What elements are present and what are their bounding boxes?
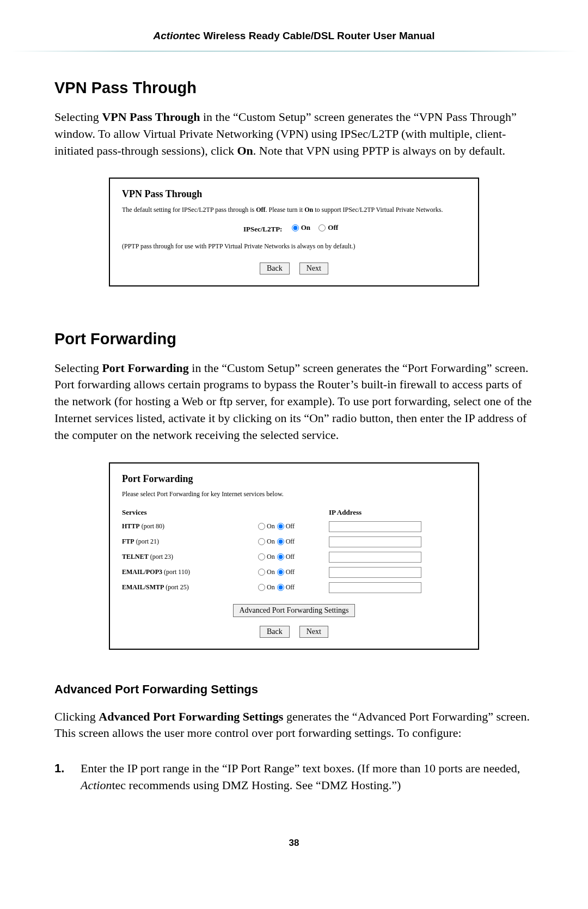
step-1-num: 1.: [54, 760, 81, 794]
pf-next-button[interactable]: Next: [299, 626, 328, 638]
vpn-screenshot-box: VPN Pass Through The default setting for…: [109, 178, 479, 286]
pf-box-instr: Please select Port Forwarding for key In…: [122, 490, 466, 498]
pf-heading: Port Forwarding: [54, 330, 534, 348]
pf-table-head: Services IP Address: [122, 508, 466, 517]
ip-smtp-input[interactable]: [329, 582, 421, 593]
telnet-on[interactable]: On: [258, 553, 275, 561]
radio-smtp: On Off: [258, 583, 329, 591]
ip-telnet-col: [329, 552, 466, 563]
svc-http: HTTP (port 80): [122, 522, 258, 530]
http-on[interactable]: On: [258, 522, 275, 530]
adv-heading: Advanced Port Forwarding Settings: [54, 682, 534, 697]
pop3-off[interactable]: Off: [277, 568, 295, 576]
vpn-heading: VPN Pass Through: [54, 79, 534, 97]
svc-ftp: FTP (port 21): [122, 538, 258, 546]
ip-ftp-col: [329, 536, 466, 547]
ip-smtp-col: [329, 582, 466, 593]
pf-table: Services IP Address HTTP (port 80) On Of…: [122, 508, 466, 593]
col-services-head: Services: [122, 508, 258, 517]
vpn-next-button[interactable]: Next: [299, 263, 328, 274]
ip-pop3-input[interactable]: [329, 567, 421, 578]
ipsec-radio-off[interactable]: Off: [318, 223, 338, 232]
svc-pop3: EMAIL/POP3 (port 110): [122, 568, 258, 576]
pf-box-title: Port Forwarding: [122, 473, 466, 485]
pf-row-pop3: EMAIL/POP3 (port 110) On Off: [122, 567, 466, 578]
svc-telnet: TELNET (port 23): [122, 553, 258, 561]
vpn-box-title: VPN Pass Through: [122, 188, 466, 200]
step-1: 1. Enter the IP port range in the “IP Po…: [54, 760, 534, 794]
vpn-box-note: The default setting for IPSec/L2TP pass …: [122, 205, 466, 215]
radio-ftp: On Off: [258, 538, 329, 546]
page-number: 38: [0, 827, 588, 865]
steps-list: 1. Enter the IP port range in the “IP Po…: [54, 760, 534, 794]
adv-paragraph: Clicking Advanced Port Forwarding Settin…: [54, 709, 534, 742]
radio-telnet: On Off: [258, 553, 329, 561]
ip-http-col: [329, 521, 466, 532]
ipsec-on-input[interactable]: [292, 224, 299, 231]
pf-row-ftp: FTP (port 21) On Off: [122, 536, 466, 547]
radio-http: On Off: [258, 522, 329, 530]
pf-paragraph: Selecting Port Forwarding in the “Custom…: [54, 360, 534, 444]
page-header: Actiontec Wireless Ready Cable/DSL Route…: [0, 0, 588, 51]
smtp-on[interactable]: On: [258, 583, 275, 591]
pf-back-button[interactable]: Back: [260, 626, 290, 638]
vpn-paragraph: Selecting VPN Pass Through in the “Custo…: [54, 109, 534, 159]
ftp-on[interactable]: On: [258, 538, 275, 546]
http-off[interactable]: Off: [277, 522, 295, 530]
vpn-button-row: Back Next: [122, 263, 466, 274]
brand-italic: Action: [154, 30, 186, 41]
adv-btn-row: Advanced Port Forwarding Settings: [122, 604, 466, 617]
radio-pop3: On Off: [258, 568, 329, 576]
ip-pop3-col: [329, 567, 466, 578]
telnet-off[interactable]: Off: [277, 553, 295, 561]
header-title: Wireless Ready Cable/DSL Router User Man…: [200, 30, 434, 41]
pf-screenshot-box: Port Forwarding Please select Port Forwa…: [109, 462, 479, 650]
vpn-pptp-note: (PPTP pass through for use with PPTP Vir…: [122, 242, 466, 251]
pf-row-smtp: EMAIL/SMTP (port 25) On Off: [122, 582, 466, 593]
header-divider: [11, 51, 577, 52]
vpn-ipsec-row: IPSec/L2TP: On Off: [122, 223, 466, 234]
ipsec-label: IPSec/L2TP:: [243, 225, 283, 233]
svc-smtp: EMAIL/SMTP (port 25): [122, 583, 258, 591]
ipsec-off-input[interactable]: [318, 224, 326, 231]
pf-row-http: HTTP (port 80) On Off: [122, 521, 466, 532]
pop3-on[interactable]: On: [258, 568, 275, 576]
pf-row-telnet: TELNET (port 23) On Off: [122, 552, 466, 563]
col-radio-head: [258, 508, 329, 517]
step-1-text: Enter the IP port range in the “IP Port …: [81, 760, 534, 794]
ip-telnet-input[interactable]: [329, 552, 421, 563]
advanced-pf-button[interactable]: Advanced Port Forwarding Settings: [233, 604, 354, 617]
vpn-back-button[interactable]: Back: [260, 263, 290, 274]
col-ip-head: IP Address: [329, 508, 466, 517]
pf-button-row: Back Next: [122, 626, 466, 638]
smtp-off[interactable]: Off: [277, 583, 295, 591]
ipsec-radio-on[interactable]: On: [292, 223, 310, 232]
brand-rest: tec: [186, 30, 200, 41]
ftp-off[interactable]: Off: [277, 538, 295, 546]
ip-http-input[interactable]: [329, 521, 421, 532]
page-content: VPN Pass Through Selecting VPN Pass Thro…: [0, 79, 588, 827]
ip-ftp-input[interactable]: [329, 536, 421, 547]
